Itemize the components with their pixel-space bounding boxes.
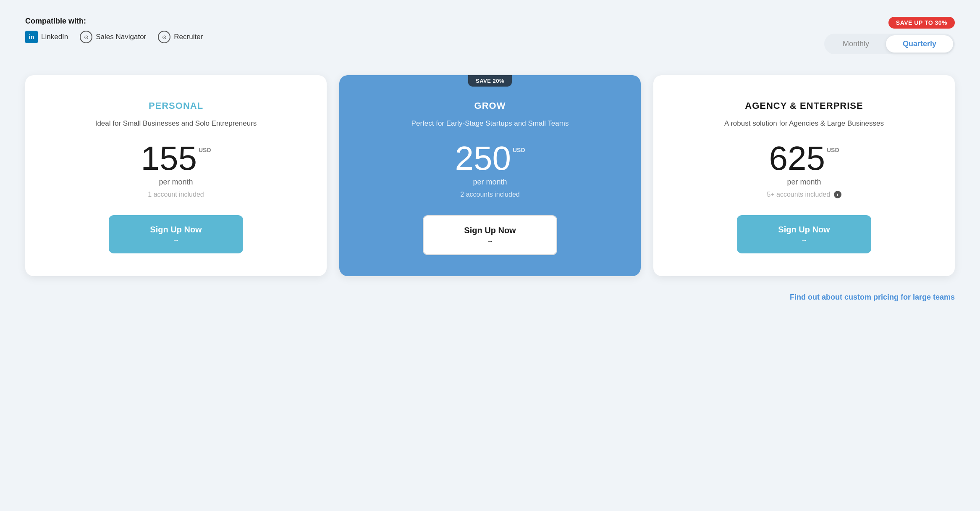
- recruiter-icon: ⊙: [158, 31, 170, 43]
- recruiter-label: Recruiter: [174, 33, 203, 41]
- grow-plan-card: SAVE 20% GROW Perfect for Early-Stage St…: [339, 75, 641, 276]
- personal-arrow-icon: →: [173, 236, 179, 244]
- grow-price-row: 250 USD: [455, 142, 525, 175]
- personal-price-currency: USD: [199, 147, 211, 153]
- agency-signup-label: Sign Up Now: [778, 224, 830, 234]
- grow-price-period: per month: [473, 178, 507, 187]
- compatible-icons: in LinkedIn ⊙ Sales Navigator ⊙ Recruite…: [25, 31, 203, 43]
- personal-accounts: 1 account included: [148, 191, 204, 198]
- compatible-label: Compatible with:: [25, 17, 203, 26]
- monthly-toggle[interactable]: Monthly: [826, 35, 886, 53]
- grow-price-amount: 250: [455, 142, 511, 175]
- grow-accounts: 2 accounts included: [460, 191, 519, 198]
- personal-plan-card: PERSONAL Ideal for Small Businesses and …: [25, 75, 327, 276]
- agency-price-row: 625 USD: [769, 142, 839, 175]
- personal-plan-description: Ideal for Small Businesses and Solo Entr…: [95, 118, 257, 129]
- agency-plan-name: AGENCY & ENTERPRISE: [745, 100, 863, 111]
- grow-save-tag: SAVE 20%: [468, 75, 512, 87]
- custom-pricing-section: Find out about custom pricing for large …: [25, 293, 955, 302]
- info-icon[interactable]: i: [834, 191, 841, 198]
- personal-price-period: per month: [159, 178, 193, 187]
- grow-signup-label: Sign Up Now: [464, 225, 516, 235]
- linkedin-item: in LinkedIn: [25, 31, 68, 43]
- personal-price-amount: 155: [141, 142, 197, 175]
- linkedin-icon: in: [25, 31, 38, 43]
- grow-arrow-icon: →: [487, 237, 493, 245]
- custom-pricing-link[interactable]: Find out about custom pricing for large …: [790, 293, 955, 301]
- linkedin-label: LinkedIn: [41, 33, 68, 41]
- page-header: Compatible with: in LinkedIn ⊙ Sales Nav…: [25, 17, 955, 54]
- agency-signup-button[interactable]: Sign Up Now →: [737, 215, 871, 253]
- agency-price-amount: 625: [769, 142, 825, 175]
- save-badge: SAVE UP TO 30%: [888, 17, 955, 29]
- quarterly-toggle[interactable]: Quarterly: [886, 35, 953, 53]
- right-header: SAVE UP TO 30% Monthly Quarterly: [824, 17, 955, 54]
- personal-signup-button[interactable]: Sign Up Now →: [109, 215, 243, 253]
- grow-price-currency: USD: [513, 147, 525, 153]
- sales-navigator-icon: ⊙: [80, 31, 92, 43]
- agency-accounts: 5+ accounts included i: [767, 191, 841, 199]
- billing-toggle[interactable]: Monthly Quarterly: [824, 34, 955, 54]
- agency-arrow-icon: →: [801, 236, 807, 244]
- recruiter-item: ⊙ Recruiter: [158, 31, 203, 43]
- grow-plan-name: GROW: [474, 100, 506, 111]
- personal-price-row: 155 USD: [141, 142, 211, 175]
- grow-signup-button[interactable]: Sign Up Now →: [423, 215, 557, 255]
- pricing-grid: PERSONAL Ideal for Small Businesses and …: [25, 75, 955, 276]
- sales-navigator-label: Sales Navigator: [96, 33, 146, 41]
- personal-plan-name: PERSONAL: [149, 100, 203, 111]
- agency-price-currency: USD: [827, 147, 839, 153]
- compatible-section: Compatible with: in LinkedIn ⊙ Sales Nav…: [25, 17, 203, 43]
- personal-signup-label: Sign Up Now: [150, 224, 202, 234]
- agency-plan-card: AGENCY & ENTERPRISE A robust solution fo…: [653, 75, 955, 276]
- sales-navigator-item: ⊙ Sales Navigator: [80, 31, 146, 43]
- agency-plan-description: A robust solution for Agencies & Large B…: [724, 118, 884, 129]
- agency-price-period: per month: [787, 178, 821, 187]
- grow-plan-description: Perfect for Early-Stage Startups and Sma…: [411, 118, 569, 129]
